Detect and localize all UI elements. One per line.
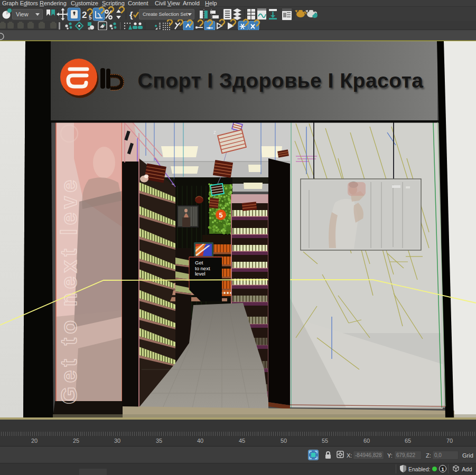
svg-text:z: z (213, 129, 216, 135)
svg-text:5: 5 (219, 211, 222, 219)
